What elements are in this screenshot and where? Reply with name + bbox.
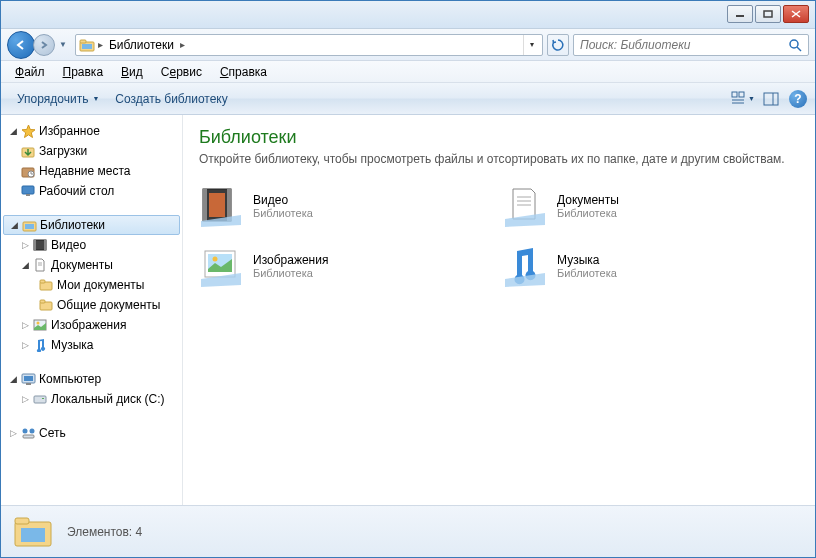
collapse-icon[interactable]: ◢: [8, 220, 20, 230]
tree-computer[interactable]: ◢ Компьютер: [1, 369, 182, 389]
svg-rect-20: [22, 186, 34, 194]
svg-rect-45: [227, 189, 231, 221]
refresh-button[interactable]: [547, 34, 569, 56]
library-music[interactable]: Музыка Библиотека: [503, 244, 799, 288]
svg-rect-6: [82, 44, 92, 49]
svg-point-40: [22, 428, 27, 433]
svg-rect-39: [42, 398, 44, 399]
minimize-button[interactable]: [727, 5, 753, 23]
tree-videos[interactable]: ▷ Видео: [1, 235, 182, 255]
help-button[interactable]: ?: [789, 90, 807, 108]
recent-icon: [19, 164, 37, 178]
svg-point-34: [37, 322, 40, 325]
menu-help[interactable]: Справка: [212, 63, 275, 81]
tree-network[interactable]: ▷ Сеть: [1, 423, 182, 443]
expand-icon[interactable]: ▷: [7, 428, 19, 438]
back-button[interactable]: [7, 31, 35, 59]
library-documents[interactable]: Документы Библиотека: [503, 184, 799, 228]
details-pane: Элементов: 4: [1, 505, 815, 557]
svg-rect-37: [26, 383, 31, 385]
disk-icon: [31, 393, 49, 405]
svg-rect-25: [34, 240, 36, 250]
menu-bar: Файл Правка Вид Сервис Справка: [1, 61, 815, 83]
svg-rect-9: [732, 92, 737, 97]
libraries-large-icon: [11, 514, 55, 550]
pictures-library-icon: [199, 244, 243, 288]
svg-rect-5: [80, 40, 86, 43]
tree-public-documents[interactable]: Общие документы: [1, 295, 182, 315]
documents-library-icon: [503, 184, 547, 228]
svg-rect-30: [40, 280, 45, 283]
tree-desktop[interactable]: Рабочий стол: [1, 181, 182, 201]
collapse-icon[interactable]: ◢: [7, 126, 19, 136]
breadcrumb-separator[interactable]: ▸: [178, 39, 187, 50]
tree-libraries[interactable]: ◢ Библиотеки: [3, 215, 180, 235]
address-dropdown[interactable]: ▾: [523, 35, 540, 55]
music-library-icon: [503, 244, 547, 288]
maximize-button[interactable]: [755, 5, 781, 23]
menu-tools[interactable]: Сервис: [153, 63, 210, 81]
tree-downloads[interactable]: Загрузки: [1, 141, 182, 161]
computer-icon: [19, 373, 37, 386]
document-icon: [31, 258, 49, 272]
library-pictures[interactable]: Изображения Библиотека: [199, 244, 495, 288]
tree-recent[interactable]: Недавние места: [1, 161, 182, 181]
search-box[interactable]: [573, 34, 809, 56]
navigation-bar: ▼ ▸ Библиотеки ▸ ▾: [1, 29, 815, 61]
desktop-icon: [19, 185, 37, 197]
breadcrumb-item[interactable]: Библиотеки: [105, 38, 178, 52]
page-subtitle: Откройте библиотеку, чтобы просмотреть ф…: [199, 152, 799, 166]
star-icon: [19, 124, 37, 139]
network-icon: [19, 427, 37, 440]
svg-rect-10: [739, 92, 744, 97]
tree-pictures[interactable]: ▷ Изображения: [1, 315, 182, 335]
svg-rect-36: [24, 376, 33, 381]
expand-icon[interactable]: ▷: [19, 320, 31, 330]
breadcrumb-separator[interactable]: ▸: [96, 39, 105, 50]
menu-view[interactable]: Вид: [113, 63, 151, 81]
tree-music[interactable]: ▷ Музыка: [1, 335, 182, 355]
downloads-icon: [19, 144, 37, 158]
svg-rect-46: [209, 193, 225, 217]
svg-rect-54: [15, 518, 29, 524]
preview-pane-button[interactable]: [759, 87, 783, 111]
collapse-icon[interactable]: ◢: [7, 374, 19, 384]
new-library-button[interactable]: Создать библиотеку: [107, 88, 235, 110]
svg-rect-44: [203, 189, 207, 221]
svg-rect-23: [25, 224, 34, 229]
svg-line-8: [797, 47, 801, 51]
libraries-icon: [78, 36, 96, 54]
folder-icon: [37, 299, 55, 311]
library-videos[interactable]: Видео Библиотека: [199, 184, 495, 228]
picture-icon: [31, 319, 49, 331]
menu-file[interactable]: Файл: [7, 63, 53, 81]
tree-documents[interactable]: ◢ Документы: [1, 255, 182, 275]
history-dropdown[interactable]: ▼: [55, 40, 71, 49]
chevron-down-icon: ▼: [92, 95, 99, 102]
search-input[interactable]: [580, 38, 788, 52]
search-icon[interactable]: [788, 38, 802, 52]
svg-rect-13: [764, 93, 778, 105]
expand-icon[interactable]: ▷: [19, 394, 31, 404]
expand-icon[interactable]: ▷: [19, 340, 31, 350]
video-library-icon: [199, 184, 243, 228]
music-icon: [31, 338, 49, 352]
video-icon: [31, 239, 49, 251]
folder-icon: [37, 279, 55, 291]
page-title: Библиотеки: [199, 127, 799, 148]
tree-local-disk[interactable]: ▷ Локальный диск (C:): [1, 389, 182, 409]
tree-my-documents[interactable]: Мои документы: [1, 275, 182, 295]
address-bar[interactable]: ▸ Библиотеки ▸ ▾: [75, 34, 543, 56]
tree-favorites[interactable]: ◢ Избранное: [1, 121, 182, 141]
svg-point-52: [213, 257, 218, 262]
organize-button[interactable]: Упорядочить ▼: [9, 88, 107, 110]
svg-point-7: [790, 40, 798, 48]
collapse-icon[interactable]: ◢: [19, 260, 31, 270]
expand-icon[interactable]: ▷: [19, 240, 31, 250]
menu-edit[interactable]: Правка: [55, 63, 112, 81]
forward-button[interactable]: [33, 34, 55, 56]
view-options-button[interactable]: ▼: [731, 87, 755, 111]
close-button[interactable]: [783, 5, 809, 23]
svg-rect-1: [764, 11, 772, 17]
item-count: Элементов: 4: [67, 525, 142, 539]
